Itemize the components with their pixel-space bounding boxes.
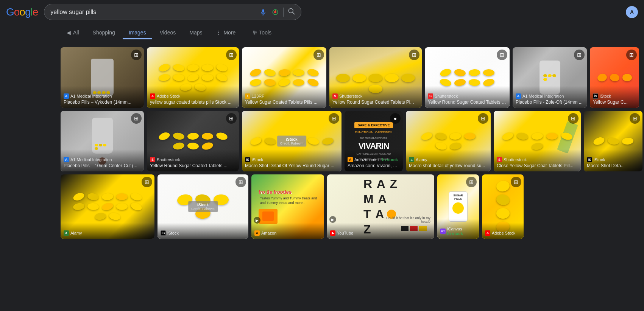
source-logo: A <box>485 230 490 236</box>
google-logo[interactable]: Google <box>6 6 38 18</box>
tile-source: A Adobe Stock <box>485 230 521 236</box>
image-tile[interactable]: a Alamy Macro shot detail of yellow roun… <box>406 111 491 171</box>
maps-label: Maps <box>189 30 202 36</box>
search-input[interactable] <box>50 9 255 16</box>
in-stock-badge: In stock <box>447 231 463 236</box>
image-tile[interactable]: A Adobe Stock yellow sugar coated tablet… <box>147 47 239 108</box>
save-icon[interactable]: ⊞ <box>568 113 579 124</box>
tile-overlay: 1 123RF Yellow Sugar Coated Tablets Pill… <box>242 86 326 108</box>
source-name: iStock <box>600 94 611 98</box>
source-name: Alamy <box>70 231 82 235</box>
image-tile[interactable]: S Shutterstock Yellow Round Sugar Coated… <box>425 47 510 108</box>
tile-overlay: S Shutterstock Yellow Round Sugar Coated… <box>425 86 510 108</box>
tile-source: iS iStock <box>587 157 639 162</box>
svg-point-4 <box>274 11 276 13</box>
video-play-icon: ▶ <box>329 216 336 223</box>
source-name: Alamy <box>416 157 427 162</box>
source-name: Shutterstock <box>339 94 362 98</box>
image-tile[interactable]: iStock Credit: Fabevm iS iStock Macro Sh… <box>242 111 341 171</box>
tile-source: ▶ YouTube <box>330 230 431 236</box>
save-icon[interactable]: ⊞ <box>626 50 637 60</box>
tile-overlay: A A1 Medical Integration Placebo Pills -… <box>513 86 587 108</box>
image-tile[interactable]: iS iStock Yellow Sugar C... ⊞ <box>590 47 639 108</box>
microphone-icon[interactable] <box>259 8 267 16</box>
image-tile[interactable]: fro tie frooties Tastes Yummy and Tummy … <box>251 174 324 239</box>
source-logo: A <box>254 230 260 236</box>
source-logo: iS <box>161 230 166 236</box>
image-tile[interactable]: S Shutterstock Yellow Round Sugar Coated… <box>147 111 239 171</box>
source-logo: S <box>428 93 433 99</box>
image-tile[interactable]: a Alamy ⊞ <box>61 174 154 239</box>
save-icon[interactable]: ⊞ <box>142 177 152 187</box>
image-tile[interactable]: R A Z M A T A Z Could it be that it's on… <box>327 174 434 239</box>
svg-point-13 <box>254 33 255 34</box>
tile-overlay: A Amazon <box>251 223 324 239</box>
save-icon[interactable]: ⊞ <box>235 177 246 187</box>
avatar[interactable]: A <box>626 6 638 18</box>
image-tile[interactable]: A A1 Medical Integration Placebo Pills -… <box>513 47 587 108</box>
source-name: Amazon <box>261 231 276 235</box>
save-icon[interactable]: ● <box>390 113 401 124</box>
save-icon[interactable]: ⊞ <box>466 177 477 187</box>
image-tile[interactable]: iS iStock ⊞ iStock Credit: Fabevm <box>157 174 248 239</box>
image-tile[interactable]: A A1 Medical Integration Placebo Pills –… <box>61 111 144 171</box>
tile-source: A A1 Medical Integration <box>516 93 584 99</box>
svg-rect-0 <box>262 9 264 12</box>
source-logo: 1 <box>245 93 250 99</box>
nav-item-maps[interactable]: Maps <box>183 26 208 39</box>
tile-source: S Shutterstock <box>150 157 236 162</box>
source-name: iCanvas · In stock <box>447 227 476 236</box>
nav-item-videos[interactable]: Videos <box>154 26 182 39</box>
save-icon[interactable]: ⊞ <box>478 113 488 124</box>
search-bar[interactable] <box>44 4 301 20</box>
tile-overlay: S Shutterstock Yellow Round Sugar Coated… <box>147 149 239 171</box>
tile-source: S Shutterstock <box>428 93 507 99</box>
save-icon[interactable]: ⊞ <box>511 177 521 187</box>
tools-button[interactable]: Tools <box>248 26 276 39</box>
save-icon[interactable]: ⊞ <box>409 50 419 60</box>
source-name: Shutterstock <box>504 157 527 162</box>
nav-bar: ◀ All Shopping Images Videos Maps ⋮ More… <box>0 24 644 41</box>
tile-title: Macro Shot Deta... <box>587 163 639 169</box>
source-logo: A <box>64 93 69 99</box>
all-label: All <box>73 30 79 36</box>
source-logo: S <box>332 93 338 99</box>
source-name: 123RF <box>252 94 264 98</box>
source-name: iStock <box>594 157 605 162</box>
svg-line-7 <box>293 12 295 14</box>
save-icon[interactable]: ⊞ <box>131 50 142 60</box>
source-name: A1 Medical Integration <box>70 157 112 162</box>
source-logo: A <box>64 157 69 162</box>
save-icon[interactable]: ⊞ <box>226 50 237 60</box>
nav-item-images[interactable]: Images <box>123 26 152 39</box>
image-tile[interactable]: S Shutterstock Close Yellow Sugar Coat T… <box>494 111 581 171</box>
tile-overlay: S Shutterstock Close Yellow Sugar Coat T… <box>494 149 581 171</box>
image-tile[interactable]: SAFE & EFFECTIVE FUNCTIONAL CAFFEINE® fo… <box>345 111 403 171</box>
video-play-icon: ▶ <box>254 217 260 224</box>
tile-overlay: A A1 Medical Integration Placebo Pills –… <box>61 86 144 108</box>
save-icon[interactable]: ⊞ <box>630 113 640 124</box>
all-icon: ◀ <box>67 30 71 36</box>
save-icon[interactable]: ⊞ <box>131 113 142 124</box>
lens-icon[interactable] <box>271 8 279 16</box>
image-tile[interactable]: 1 123RF Yellow Sugar Coated Tablets Pill… <box>242 47 326 108</box>
nav-item-all[interactable]: ◀ All <box>61 26 85 39</box>
nav-item-more[interactable]: ⋮ More <box>210 26 242 39</box>
save-icon[interactable]: ⊞ <box>226 113 237 124</box>
tile-title: yellow sugar coated tablets pills Stock … <box>150 100 236 106</box>
image-tile[interactable]: iS iStock Macro Shot Deta... ⊞ <box>584 111 642 171</box>
tile-overlay: a Alamy Macro shot detail of yellow roun… <box>406 149 491 171</box>
save-icon[interactable]: ⊞ <box>313 50 324 60</box>
save-icon[interactable]: ⊞ <box>329 113 339 124</box>
nav-item-shopping[interactable]: Shopping <box>87 26 121 39</box>
tile-overlay: iS iStock <box>157 223 248 239</box>
save-icon[interactable]: ⊞ <box>574 50 585 60</box>
image-tile[interactable]: A A1 Medical Integration Placebo Pills –… <box>61 47 144 108</box>
image-tile[interactable]: S Shutterstock Yellow Round Sugar Coated… <box>329 47 422 108</box>
image-grid: A A1 Medical Integration Placebo Pills –… <box>0 41 644 248</box>
search-button[interactable] <box>287 7 295 17</box>
image-tile[interactable]: A Adobe Stock ⊞ <box>482 174 524 239</box>
tile-overlay: S Shutterstock Yellow Round Sugar Coated… <box>329 86 422 108</box>
save-icon[interactable]: ⊞ <box>497 50 507 60</box>
image-tile[interactable]: SUGAR PILLS iC iCanvas · In stock ⊞ <box>437 174 479 239</box>
